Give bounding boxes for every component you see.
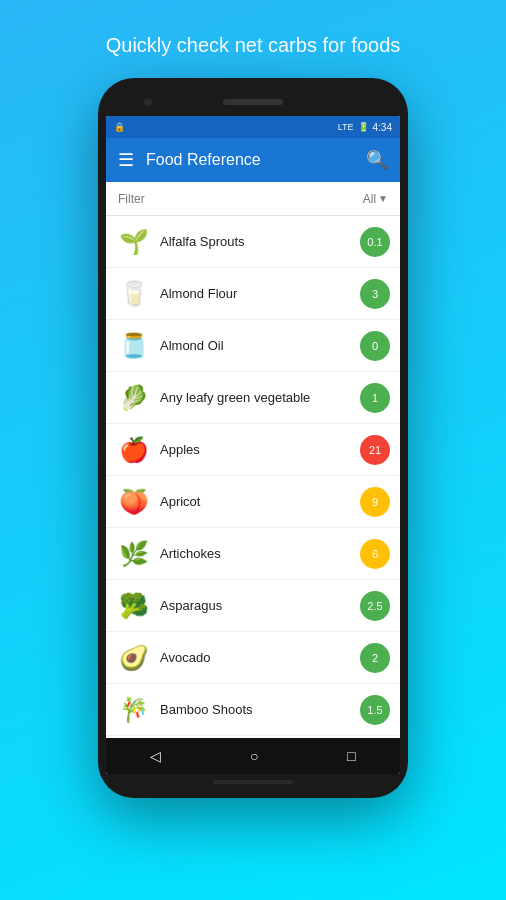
food-image: 🫙 (116, 328, 152, 364)
food-list-item[interactable]: 🥑 Avocado 2 (106, 632, 400, 684)
food-list-item[interactable]: 🥦 Asparagus 2.5 (106, 580, 400, 632)
battery-icon: 🔋 (358, 122, 369, 132)
status-bar: 🔒 LTE 🔋 4:34 (106, 116, 400, 138)
status-right: LTE 🔋 4:34 (338, 122, 392, 133)
menu-icon[interactable]: ☰ (118, 149, 134, 171)
carb-badge: 9 (360, 487, 390, 517)
carb-badge: 2 (360, 643, 390, 673)
food-list: 🌱 Alfalfa Sprouts 0.1 🥛 Almond Flour 3 🫙… (106, 216, 400, 738)
back-button[interactable]: ◁ (150, 748, 161, 764)
food-image: 🎋 (116, 692, 152, 728)
food-name: Almond Oil (152, 338, 360, 353)
carb-badge: 3 (360, 279, 390, 309)
filter-bar: Filter All ▼ (106, 182, 400, 216)
food-name: Apples (152, 442, 360, 457)
navigation-bar: ◁ ○ □ (106, 738, 400, 774)
food-list-item[interactable]: 🍎 Apples 21 (106, 424, 400, 476)
tagline: Quickly check net carbs for foods (76, 32, 431, 58)
lock-icon: 🔒 (114, 122, 125, 132)
food-name: Alfalfa Sprouts (152, 234, 360, 249)
carb-badge: 2.5 (360, 591, 390, 621)
food-image: 🍑 (116, 484, 152, 520)
phone-top (106, 88, 400, 116)
carb-badge: 1 (360, 383, 390, 413)
food-name: Any leafy green vegetable (152, 390, 360, 405)
carb-badge: 21 (360, 435, 390, 465)
food-list-item[interactable]: 🥬 Any leafy green vegetable 1 (106, 372, 400, 424)
food-image: 🥦 (116, 588, 152, 624)
food-list-item[interactable]: 🌿 Artichokes 6 (106, 528, 400, 580)
food-image: 🥛 (116, 276, 152, 312)
signal-icon: LTE (338, 122, 354, 132)
search-icon[interactable]: 🔍 (366, 149, 388, 171)
phone-frame: 🔒 LTE 🔋 4:34 ☰ Food Reference 🔍 Filter A… (98, 78, 408, 798)
carb-badge: 0.1 (360, 227, 390, 257)
food-image: 🌱 (116, 224, 152, 260)
food-list-item[interactable]: 🥛 Almond Flour 3 (106, 268, 400, 320)
food-list-item[interactable]: 🫙 Almond Oil 0 (106, 320, 400, 372)
home-button[interactable]: ○ (250, 748, 258, 764)
food-image: 🥑 (116, 640, 152, 676)
screen: 🔒 LTE 🔋 4:34 ☰ Food Reference 🔍 Filter A… (106, 116, 400, 774)
phone-chin (213, 780, 293, 784)
speaker (223, 99, 283, 105)
food-name: Asparagus (152, 598, 360, 613)
carb-badge: 1.5 (360, 695, 390, 725)
filter-dropdown[interactable]: All ▼ (363, 192, 388, 206)
food-name: Almond Flour (152, 286, 360, 301)
filter-label: Filter (118, 192, 145, 206)
food-image: 🍎 (116, 432, 152, 468)
app-bar: ☰ Food Reference 🔍 (106, 138, 400, 182)
food-list-item[interactable]: 🍑 Apricot 9 (106, 476, 400, 528)
app-title: Food Reference (146, 151, 354, 169)
food-name: Artichokes (152, 546, 360, 561)
food-list-item[interactable]: 🎋 Bamboo Shoots 1.5 (106, 684, 400, 736)
front-camera (144, 98, 152, 106)
food-image: 🌿 (116, 536, 152, 572)
recents-button[interactable]: □ (347, 748, 355, 764)
food-image: 🥬 (116, 380, 152, 416)
food-name: Bamboo Shoots (152, 702, 360, 717)
carb-badge: 0 (360, 331, 390, 361)
food-list-item[interactable]: 🌱 Alfalfa Sprouts 0.1 (106, 216, 400, 268)
status-time: 4:34 (373, 122, 392, 133)
chevron-down-icon: ▼ (378, 193, 388, 204)
status-left: 🔒 (114, 122, 125, 132)
food-name: Apricot (152, 494, 360, 509)
carb-badge: 6 (360, 539, 390, 569)
food-name: Avocado (152, 650, 360, 665)
